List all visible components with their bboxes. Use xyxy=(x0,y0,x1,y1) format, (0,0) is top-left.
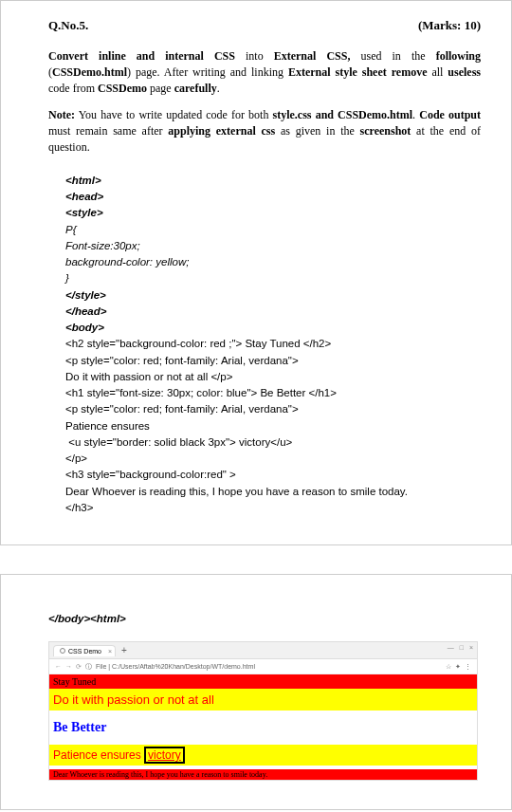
code-line: </head> xyxy=(65,304,481,320)
extensions-icon[interactable]: ✦ xyxy=(455,663,461,671)
question-number: Q.No.5. xyxy=(48,18,88,33)
note-t3: must remain same after xyxy=(48,124,168,138)
note-bold2: Code output xyxy=(419,108,481,121)
demo-heading-1: Be Better xyxy=(53,720,473,735)
code-line: <head> xyxy=(65,189,481,205)
code-line: </style> xyxy=(65,287,481,304)
code-listing: <html> <head> <style> P{ Font-size:30px;… xyxy=(65,173,481,516)
demo-underline: victory xyxy=(144,747,185,764)
code-line: Do it with passion or not at all </p> xyxy=(65,369,481,385)
question-note: Note: You have to write updated code for… xyxy=(48,107,481,155)
browser-tab[interactable]: CSS Demo × xyxy=(53,645,116,656)
question-page-2: </body><html> CSS Demo × + — □ × ← → ⟳ ⓘ… xyxy=(0,574,512,810)
note-bold4: screenshot xyxy=(360,124,411,138)
instr-t2: used in the xyxy=(350,49,435,63)
minimize-icon[interactable]: — xyxy=(448,644,454,651)
instr-t1: into xyxy=(235,49,274,63)
reload-icon[interactable]: ⟳ xyxy=(76,663,82,671)
demo-paragraph-2: Patience ensures victory xyxy=(49,745,477,766)
code-line: <h1 style="font-size: 30px; color: blue"… xyxy=(65,385,481,401)
code-line: P{ xyxy=(65,222,481,238)
instr-bold2: External CSS, xyxy=(274,49,351,63)
demo-heading-3: Dear Whoever is reading this, I hope you… xyxy=(49,769,477,780)
demo-paragraph-1: Do it with passion or not at all xyxy=(49,689,477,710)
browser-tabbar: CSS Demo × + — □ × xyxy=(49,642,477,659)
note-bold3: applying external css xyxy=(168,124,275,138)
code-line: </h3> xyxy=(65,500,481,516)
instr-bold4: CSSDemo.html xyxy=(52,65,127,79)
tab-title: CSS Demo xyxy=(68,648,101,655)
note-label: Note: xyxy=(48,108,75,121)
instr-t4: ) page. After writing and linking xyxy=(127,65,288,79)
question-instruction: Convert inline and internal CSS into Ext… xyxy=(48,48,481,96)
code-line: <p style="color: red; font-family: Arial… xyxy=(65,401,481,417)
code-line: <body> xyxy=(65,320,481,336)
code-line: background-color: yellow; xyxy=(65,254,481,270)
code-line: <p style="color: red; font-family: Arial… xyxy=(65,353,481,369)
code-line: Dear Whoever is reading this, I hope you… xyxy=(65,484,481,500)
instr-bold3: following xyxy=(436,49,481,63)
url-text[interactable]: File | C:/Users/Aftab%20Khan/Desktop/WT/… xyxy=(96,663,255,670)
note-t4: as given in the xyxy=(275,124,359,138)
note-bold1: style.css and CSSDemo.html xyxy=(273,108,413,121)
demo-heading-2: Stay Tuned xyxy=(49,674,477,689)
site-info-icon[interactable]: ⓘ xyxy=(85,662,92,672)
browser-screenshot: CSS Demo × + — □ × ← → ⟳ ⓘ File | C:/Use… xyxy=(48,641,478,781)
instr-bold6: useless xyxy=(448,65,481,79)
back-icon[interactable]: ← xyxy=(55,663,62,670)
instr-bold8: carefully xyxy=(174,82,217,95)
window-controls: — □ × xyxy=(448,644,473,651)
code-line: <html> xyxy=(65,173,481,189)
closing-tags: </body><html> xyxy=(48,613,478,624)
code-line: <h3 style="background-color:red" > xyxy=(65,467,481,483)
instr-bold7: CSSDemo xyxy=(98,82,147,95)
instr-t5: all xyxy=(427,65,448,79)
bookmark-star-icon[interactable]: ☆ xyxy=(446,663,451,671)
instr-t8: . xyxy=(217,82,220,95)
browser-address-bar: ← → ⟳ ⓘ File | C:/Users/Aftab%20Khan/Des… xyxy=(49,659,477,674)
code-line: </p> xyxy=(65,451,481,467)
close-window-icon[interactable]: × xyxy=(469,644,473,651)
instr-t6: code from xyxy=(48,82,98,95)
instr-bold5: External style sheet remove xyxy=(288,65,428,79)
note-t1: You have to write updated code for both xyxy=(75,108,273,121)
instr-t7: page xyxy=(147,82,174,95)
instr-bold1: Convert inline and internal CSS xyxy=(48,49,235,63)
tab-close-icon[interactable]: × xyxy=(108,648,112,655)
question-marks: (Marks: 10) xyxy=(418,18,481,33)
question-page-1: Q.No.5. (Marks: 10) Convert inline and i… xyxy=(0,0,512,545)
new-tab-icon[interactable]: + xyxy=(121,645,127,655)
code-line: <h2 style="background-color: red ;"> Sta… xyxy=(65,336,481,352)
code-line: } xyxy=(65,270,481,286)
code-line: Font-size:30px; xyxy=(65,238,481,254)
tab-favicon-icon xyxy=(60,648,65,654)
question-header: Q.No.5. (Marks: 10) xyxy=(48,18,481,33)
forward-icon[interactable]: → xyxy=(65,663,72,670)
demo-p2-text: Patience ensures xyxy=(53,748,144,762)
maximize-icon[interactable]: □ xyxy=(460,644,464,651)
code-line: <u style="border: solid black 3px"> vict… xyxy=(65,434,481,451)
code-line: Patience ensures xyxy=(65,418,481,434)
browser-content: Stay Tuned Do it with passion or not at … xyxy=(49,674,477,780)
code-line: <style> xyxy=(65,205,481,221)
menu-icon[interactable]: ⋮ xyxy=(465,663,471,671)
